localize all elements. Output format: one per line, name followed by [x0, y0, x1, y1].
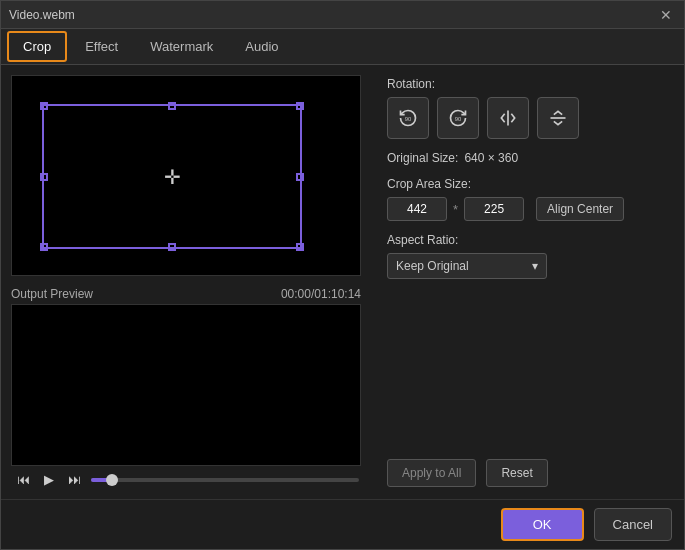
handle-bottom-right[interactable] [296, 243, 304, 251]
rotate-cw-button[interactable]: 90 [437, 97, 479, 139]
flip-v-button[interactable] [537, 97, 579, 139]
handle-top-left[interactable] [40, 102, 48, 110]
tab-crop[interactable]: Crop [7, 31, 67, 62]
footer-buttons: OK Cancel [1, 499, 684, 549]
skip-forward-button[interactable]: ⏭ [64, 470, 85, 489]
crop-area-label: Crop Area Size: [387, 177, 668, 191]
chevron-down-icon: ▾ [532, 259, 538, 273]
rotation-buttons: 90 90 [387, 97, 668, 139]
tab-watermark[interactable]: Watermark [136, 33, 227, 60]
original-size-value: 640 × 360 [464, 151, 518, 165]
tab-audio[interactable]: Audio [231, 33, 292, 60]
skip-back-button[interactable]: ⏮ [13, 470, 34, 489]
aspect-ratio-value: Keep Original [396, 259, 469, 273]
move-icon: ✛ [164, 166, 181, 188]
rotate-cw-icon: 90 [448, 108, 468, 128]
handle-bottom-mid[interactable] [168, 243, 176, 251]
left-panel: ✛ Output Preview 00:00/01:10:14 ⏮ ▶ ⏭ [1, 65, 371, 499]
play-button[interactable]: ▶ [40, 470, 58, 489]
window-title: Video.webm [9, 8, 75, 22]
tab-bar: Crop Effect Watermark Audio [1, 29, 684, 65]
bottom-buttons: Apply to All Reset [387, 459, 668, 487]
reset-button[interactable]: Reset [486, 459, 547, 487]
original-size-section: Original Size: 640 × 360 [387, 151, 668, 165]
output-preview-video [11, 304, 361, 466]
main-content: ✛ Output Preview 00:00/01:10:14 ⏮ ▶ ⏭ [1, 65, 684, 499]
svg-text:90: 90 [405, 116, 412, 122]
main-window: Video.webm ✕ Crop Effect Watermark Audio [0, 0, 685, 550]
crop-size-row: * Align Center [387, 197, 668, 221]
ok-button[interactable]: OK [501, 508, 584, 541]
handle-top-right[interactable] [296, 102, 304, 110]
progress-bar[interactable] [91, 478, 359, 482]
aspect-ratio-label: Aspect Ratio: [387, 233, 668, 247]
rotate-ccw-icon: 90 [398, 108, 418, 128]
title-bar: Video.webm ✕ [1, 1, 684, 29]
handle-top-mid[interactable] [168, 102, 176, 110]
handle-mid-left[interactable] [40, 173, 48, 181]
cancel-button[interactable]: Cancel [594, 508, 672, 541]
crop-preview-area[interactable]: ✛ [11, 75, 361, 276]
flip-h-icon [498, 108, 518, 128]
handle-mid-right[interactable] [296, 173, 304, 181]
align-center-button[interactable]: Align Center [536, 197, 624, 221]
tab-effect[interactable]: Effect [71, 33, 132, 60]
flip-h-button[interactable] [487, 97, 529, 139]
handle-bottom-left[interactable] [40, 243, 48, 251]
crop-width-input[interactable] [387, 197, 447, 221]
apply-all-button[interactable]: Apply to All [387, 459, 476, 487]
flip-v-icon [548, 108, 568, 128]
progress-knob[interactable] [106, 474, 118, 486]
aspect-ratio-dropdown[interactable]: Keep Original ▾ [387, 253, 547, 279]
rotation-section: Rotation: 90 [387, 77, 668, 139]
crop-height-input[interactable] [464, 197, 524, 221]
crop-box[interactable]: ✛ [42, 104, 302, 249]
svg-text:90: 90 [455, 116, 462, 122]
crop-area-section: Crop Area Size: * Align Center [387, 177, 668, 221]
output-preview-timestamp: 00:00/01:10:14 [281, 287, 361, 301]
rotate-ccw-button[interactable]: 90 [387, 97, 429, 139]
aspect-ratio-section: Aspect Ratio: Keep Original ▾ [387, 233, 668, 279]
original-size-label: Original Size: [387, 151, 458, 165]
close-button[interactable]: ✕ [656, 5, 676, 25]
video-controls: ⏮ ▶ ⏭ [11, 470, 361, 489]
output-preview-label: Output Preview [11, 287, 93, 301]
rotation-label: Rotation: [387, 77, 668, 91]
size-separator: * [453, 202, 458, 217]
output-preview-bar: Output Preview 00:00/01:10:14 [11, 282, 361, 304]
right-panel: Rotation: 90 [371, 65, 684, 499]
